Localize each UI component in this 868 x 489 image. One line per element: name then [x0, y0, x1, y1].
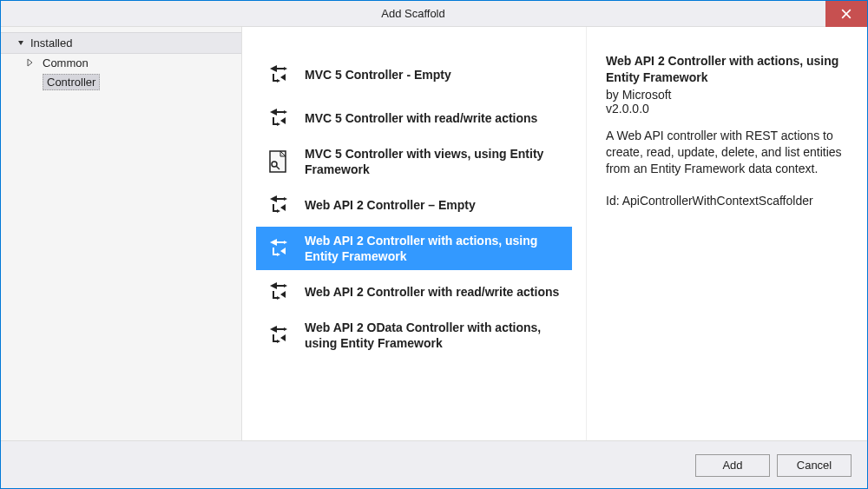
scaffold-item-label: Web API 2 Controller – Empty	[305, 197, 476, 213]
close-button[interactable]	[825, 1, 867, 27]
tree-item-label: Common	[39, 56, 92, 70]
scaffold-list-pane: MVC 5 Controller - EmptyMVC 5 Controller…	[242, 27, 586, 440]
scaffold-item[interactable]: MVC 5 Controller with views, using Entit…	[256, 140, 572, 183]
details-version: v2.0.0.0	[606, 102, 848, 116]
scaffold-item[interactable]: Web API 2 Controller – Empty	[256, 183, 572, 227]
controller-icon	[263, 320, 293, 350]
tree-root-installed[interactable]: Installed	[1, 32, 241, 54]
tree-item-common[interactable]: Common	[1, 54, 241, 72]
scaffold-item-label: MVC 5 Controller with views, using Entit…	[305, 146, 565, 177]
details-pane: Web API 2 Controller with actions, using…	[586, 27, 867, 440]
cancel-button[interactable]: Cancel	[777, 454, 852, 477]
details-title: Web API 2 Controller with actions, using…	[606, 53, 848, 86]
scaffold-item-label: Web API 2 Controller with read/write act…	[305, 284, 559, 300]
collapse-icon	[16, 36, 25, 50]
scaffold-item-label: MVC 5 Controller - Empty	[305, 67, 451, 83]
controller-icon	[263, 103, 293, 133]
category-sidebar: Installed Common Controller	[1, 27, 242, 440]
expand-icon	[25, 56, 36, 69]
details-id: Id: ApiControllerWithContextScaffolder	[606, 194, 848, 208]
scaffold-item[interactable]: Web API 2 Controller with read/write act…	[256, 270, 572, 314]
controller-icon	[263, 147, 293, 176]
add-button[interactable]: Add	[695, 454, 770, 477]
tree-item-label: Controller	[43, 74, 100, 90]
dialog-body: Installed Common Controller MVC 5 Contro…	[1, 27, 867, 440]
controller-icon	[263, 60, 293, 89]
scaffold-item-label: Web API 2 OData Controller with actions,…	[305, 320, 565, 351]
controller-icon	[263, 234, 293, 263]
controller-icon	[263, 190, 293, 220]
tree-item-controller[interactable]: Controller	[1, 72, 241, 92]
details-description: A Web API controller with REST actions t…	[606, 128, 848, 177]
scaffold-item-label: MVC 5 Controller with read/write actions	[305, 110, 537, 126]
title-bar: Add Scaffold	[1, 1, 867, 27]
scaffold-item[interactable]: Web API 2 OData Controller with actions,…	[256, 314, 572, 357]
details-author: by Microsoft	[606, 88, 848, 102]
scaffold-item[interactable]: MVC 5 Controller with read/write actions	[256, 96, 572, 140]
close-icon	[841, 9, 852, 19]
scaffold-item[interactable]: MVC 5 Controller - Empty	[256, 53, 572, 96]
tree-root-label: Installed	[30, 36, 72, 50]
scaffold-item[interactable]: Web API 2 Controller with actions, using…	[256, 227, 572, 270]
controller-icon	[263, 277, 293, 307]
scaffold-item-label: Web API 2 Controller with actions, using…	[305, 233, 565, 264]
dialog-footer: Add Cancel	[1, 440, 867, 489]
window-title: Add Scaffold	[1, 7, 825, 20]
